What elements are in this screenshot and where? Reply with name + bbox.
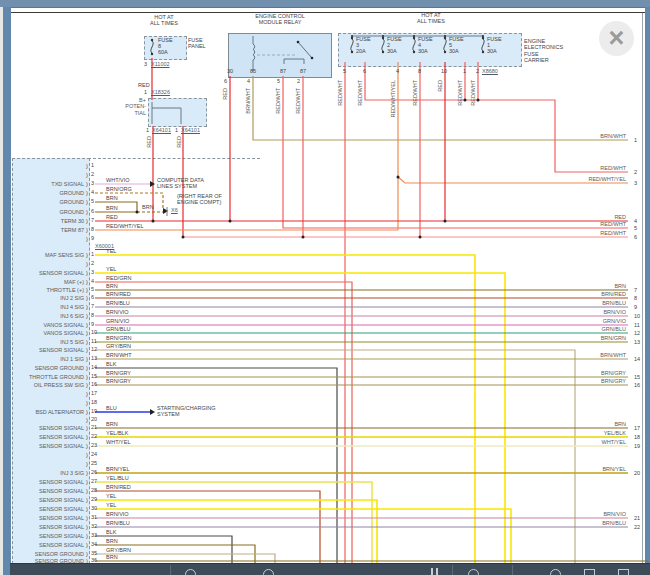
pin-number: 3 bbox=[91, 269, 94, 275]
carrier-pin-number: 10 bbox=[441, 68, 447, 74]
pin-socket-symbol: ) bbox=[86, 304, 88, 310]
carrier-pin-number: 2 bbox=[476, 68, 479, 74]
wire-color-label-vertical: RED bbox=[176, 136, 182, 148]
wire-exit-number: 6 bbox=[634, 234, 637, 240]
pin-number: 8 bbox=[91, 226, 94, 232]
bplus-label: B+ POTEN- TIAL bbox=[118, 97, 146, 116]
wire-exit-label: BRN/WHT bbox=[600, 133, 626, 139]
pin-socket-symbol: ) bbox=[86, 382, 88, 388]
carrier-pin-number: 8 bbox=[418, 68, 421, 74]
circle-icon[interactable] bbox=[185, 569, 196, 575]
pin-socket-symbol: ) bbox=[86, 190, 88, 196]
close-icon: × bbox=[609, 25, 625, 52]
pin-number: 27 bbox=[91, 478, 97, 484]
relay-pin-number: 87 bbox=[300, 68, 306, 74]
pin-signal-label: SENSOR SIGNAL bbox=[39, 542, 84, 548]
wire-color-label-vertical: RED/WHT bbox=[357, 80, 363, 106]
wire-exit-number: 15 bbox=[634, 374, 640, 380]
pin-socket-symbol: ) bbox=[86, 172, 88, 178]
wire-color-label: BRN bbox=[106, 195, 118, 201]
pin-socket-symbol: ) bbox=[86, 181, 88, 187]
wire-exit-label: BRN/GRN bbox=[601, 335, 626, 341]
pin-signal-label: GROUND bbox=[60, 199, 84, 205]
carrier-name: ENGINE ELECTRONICS FUSE CARRIER bbox=[524, 38, 563, 63]
pin-number: 9 bbox=[91, 321, 94, 327]
pin-socket-symbol: ) bbox=[86, 313, 88, 319]
pin-socket-symbol: ) bbox=[86, 443, 88, 449]
pin-socket-symbol: ) bbox=[86, 470, 88, 476]
fuse-panel-pin: 3 bbox=[144, 61, 147, 67]
circle-icon-2[interactable] bbox=[263, 569, 274, 575]
wire-exit-label: WHT/YEL bbox=[602, 439, 626, 445]
pin-number: 6 bbox=[91, 294, 94, 300]
pin-number: 10 bbox=[91, 329, 97, 335]
pin-socket-symbol: ) bbox=[86, 270, 88, 276]
wire-exit-label: BRN/VIO bbox=[603, 309, 626, 315]
wire-exit-number: 11 bbox=[634, 322, 640, 328]
pin-number: 25 bbox=[91, 460, 97, 466]
pin-socket-symbol: ) bbox=[86, 461, 88, 467]
help-icon[interactable] bbox=[550, 569, 561, 575]
wire-exit-label: BRN/BLU bbox=[602, 520, 626, 526]
wire-exit-label: BRN/YEL bbox=[602, 466, 626, 472]
pin-signal-label: VANOS SIGNAL bbox=[43, 322, 84, 328]
pin-socket-symbol: ) bbox=[86, 279, 88, 285]
relay-terminal-number: 2 bbox=[297, 78, 300, 84]
wire-color-label: GRY/BRN bbox=[106, 547, 131, 553]
wire-color-label: BRN bbox=[106, 554, 118, 560]
fuse-8-amps: 60A bbox=[158, 49, 168, 55]
pin-socket-symbol: ) bbox=[86, 452, 88, 458]
wire-color-label: BLU bbox=[106, 405, 117, 411]
carrier-pin-number: 6 bbox=[363, 68, 366, 74]
pin-signal-label: VANOS SIGNAL bbox=[43, 330, 84, 336]
pin-number: 8 bbox=[91, 312, 94, 318]
pin-signal-label: SENSOR SIGNAL bbox=[39, 425, 84, 431]
pin-signal-label: SENSOR SIGNAL bbox=[39, 270, 84, 276]
wire-exit-number: 7 bbox=[634, 287, 637, 293]
pin-socket-symbol: ) bbox=[86, 515, 88, 521]
square-icon[interactable] bbox=[584, 569, 595, 575]
wire-exit-label: BRN/GRY bbox=[601, 370, 626, 376]
wire-color-label: BRN bbox=[106, 421, 118, 427]
wire-color-label: BRN/ORG bbox=[106, 186, 132, 192]
pin-signal-label: SENSOR SIGNAL bbox=[39, 488, 84, 494]
fuse-amps: 30A bbox=[418, 48, 428, 54]
wire-exit-label: BRN/WHT bbox=[600, 352, 626, 358]
wire-color-label: RED bbox=[138, 82, 150, 88]
wire-exit-label: GRN/VIO bbox=[603, 318, 626, 324]
pin-signal-label: TERM 30 bbox=[61, 218, 84, 224]
wire-color-label: BRN/YEL bbox=[106, 466, 130, 472]
pin-socket-symbol: ) bbox=[86, 236, 88, 242]
wire-color-label: BRN/BLU bbox=[106, 520, 130, 526]
pin-socket-symbol: ) bbox=[86, 227, 88, 233]
close-button[interactable]: × bbox=[599, 21, 634, 56]
annotation-computer-data: COMPUTER DATA LINES SYSTEM bbox=[157, 177, 204, 190]
pin-socket-symbol: ) bbox=[86, 391, 88, 397]
pause-icon[interactable] bbox=[431, 568, 433, 575]
wire-color-label-vertical: RED/WHT bbox=[470, 80, 476, 106]
pin-number: 33 bbox=[91, 532, 97, 538]
pause-icon[interactable] bbox=[436, 568, 438, 575]
relay-terminal-number: 6 bbox=[224, 78, 227, 84]
wire-color-label: RED/GRN bbox=[106, 275, 131, 281]
wire-color-label-vertical: RED/WHT bbox=[412, 80, 418, 106]
pin-socket-symbol: ) bbox=[86, 347, 88, 353]
wire-color-label-vertical: RED bbox=[222, 88, 228, 100]
wire-color-label-vertical: RED/WHT bbox=[275, 88, 281, 114]
pin-number: 1 bbox=[91, 162, 94, 168]
pin-signal-label: SENSOR SIGNAL bbox=[39, 347, 84, 353]
connector-x64101-b: X64101 bbox=[181, 127, 200, 133]
pin-socket-symbol: ) bbox=[86, 533, 88, 539]
toolbar-separator bbox=[170, 565, 171, 575]
pin-signal-label: MAF SENS SIG bbox=[45, 252, 84, 258]
wire-exit-label: BRN/GRY bbox=[601, 378, 626, 384]
pin-number: 32 bbox=[91, 523, 97, 529]
relay-pin-number: 30 bbox=[227, 68, 233, 74]
pin-signal-label: SENSOR SIGNAL bbox=[39, 443, 84, 449]
square-icon-2[interactable] bbox=[618, 569, 629, 575]
wire-color-label: BRN/VIO bbox=[106, 309, 129, 315]
dot-icon[interactable] bbox=[468, 569, 479, 575]
pin-signal-label: BSD ALTERNATOR bbox=[35, 409, 84, 415]
wire-color-label: BRN/GRY bbox=[106, 370, 131, 376]
wire-color-label: WHT/YEL bbox=[106, 439, 130, 445]
